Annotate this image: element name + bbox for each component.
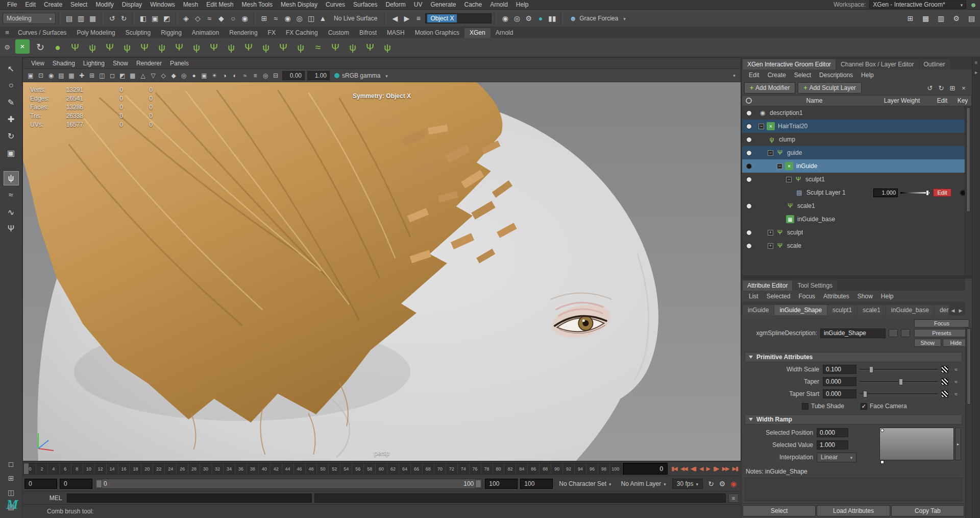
select-tool[interactable]: ↖: [4, 61, 19, 76]
step-back-frame-icon[interactable]: ◀◀: [679, 465, 688, 472]
command-language-toggle[interactable]: MEL: [47, 495, 64, 502]
lock-camera-icon[interactable]: ⊡: [36, 70, 46, 81]
visibility-toggle[interactable]: [742, 150, 755, 156]
viewport-3d-canvas[interactable]: Verts: 13291 0 0 Edges: 26541 0 0: [23, 82, 741, 461]
paint-select-tool[interactable]: ✎: [4, 95, 19, 109]
render-settings-icon[interactable]: ⚙: [523, 12, 534, 24]
selected-position-field[interactable]: 0.000: [817, 428, 848, 437]
delete-icon[interactable]: ×: [958, 82, 969, 93]
layer-weight-field[interactable]: 1.000: [873, 189, 898, 197]
xgen-menu-item[interactable]: Create: [764, 71, 790, 79]
selected-value-field[interactable]: 1.000: [817, 440, 848, 450]
playback-start-field[interactable]: 0: [60, 479, 92, 489]
visibility-toggle[interactable]: [742, 163, 755, 169]
shelf-tab[interactable]: Rendering: [224, 28, 262, 38]
attribute-editor-scrollbar[interactable]: [965, 327, 972, 518]
focus-button[interactable]: Focus: [914, 319, 969, 327]
viewport-menu-item[interactable]: Panels: [166, 59, 193, 67]
node-tab[interactable]: scale1: [857, 305, 886, 315]
smooth-tool[interactable]: ∿: [4, 205, 19, 219]
width-scale-slider[interactable]: [860, 369, 938, 370]
tab-scroll-left-icon[interactable]: ◀: [949, 306, 957, 315]
toolbar-overflow-icon[interactable]: [728, 70, 738, 81]
taper-start-field[interactable]: 0.000: [823, 389, 856, 398]
script-editor-icon[interactable]: ≡: [728, 493, 739, 503]
taper-start-slider[interactable]: [860, 393, 938, 395]
tree-row-sculpt-layer[interactable]: ▤Sculpt Layer 1 1.000 Edit: [742, 186, 971, 199]
mask-surfaces-icon[interactable]: ◆: [215, 12, 227, 24]
play-backwards-icon[interactable]: ◀: [698, 465, 703, 472]
sculpt-layer-icon[interactable]: Ψ: [361, 39, 379, 56]
menu-item[interactable]: Mesh Display: [277, 1, 322, 9]
redo-groom-icon[interactable]: ↻: [936, 82, 947, 93]
animation-end-field[interactable]: 100: [520, 479, 553, 489]
grid-icon[interactable]: ⊞: [87, 70, 97, 81]
menu-item[interactable]: Generate: [426, 1, 460, 9]
ipr-render-icon[interactable]: ◎: [511, 12, 523, 24]
mask-dynamics-icon[interactable]: ○: [227, 12, 239, 24]
menu-item[interactable]: File: [3, 1, 21, 9]
tab-scroll-right-icon[interactable]: ▶: [957, 306, 964, 315]
twist-brush-icon[interactable]: ψ: [292, 39, 309, 56]
shelf-tab[interactable]: Motion Graphics: [410, 28, 464, 38]
shelf-tab[interactable]: Bifrost: [354, 28, 382, 38]
xgen-create-description-icon[interactable]: ×: [15, 39, 30, 54]
anim-prefs-icon[interactable]: ⚙: [717, 478, 728, 489]
grab-tool[interactable]: ≈: [4, 188, 19, 202]
freeze-brush-icon[interactable]: ψ: [223, 39, 240, 56]
menu-set-select[interactable]: Modeling: [3, 13, 56, 24]
symmetry-field[interactable]: Object X: [425, 13, 492, 23]
xgen-menu-item[interactable]: Select: [790, 71, 815, 79]
tree-row[interactable]: ψclump: [742, 133, 971, 146]
auto-key-icon[interactable]: ◉: [728, 478, 739, 489]
sidebar-tab[interactable]: XGen Interactive Groom Editor: [743, 59, 836, 69]
move-tool[interactable]: ✚: [4, 112, 19, 126]
ramp-handle[interactable]: [880, 429, 884, 432]
live-surface-label[interactable]: No Live Surface: [330, 15, 381, 22]
menu-item[interactable]: Help: [512, 1, 533, 9]
ramp-expand-button[interactable]: [955, 428, 961, 460]
sidebar-tab[interactable]: Outliner: [919, 59, 950, 69]
attribute-editor-menu-item[interactable]: List: [745, 292, 763, 300]
layout-four-pane-icon[interactable]: ⊞: [4, 472, 19, 484]
taper-ramp-icon[interactable]: [952, 378, 960, 385]
fps-select[interactable]: 30 fps: [672, 479, 703, 489]
frame-all-icon[interactable]: ◇: [158, 70, 168, 81]
open-scene-icon[interactable]: ▥: [75, 12, 87, 24]
redo-icon[interactable]: ↻: [118, 12, 130, 24]
shelf-tab[interactable]: Sculpting: [120, 28, 156, 38]
select-object-icon[interactable]: ▣: [149, 12, 161, 24]
wireframe-icon[interactable]: ◎: [179, 70, 189, 81]
node-tab[interactable]: densi: [935, 305, 949, 315]
shelf-tab[interactable]: Custom: [323, 28, 354, 38]
rotate-tool[interactable]: ↻: [4, 129, 19, 143]
snap-view-plane-icon[interactable]: ◫: [305, 12, 317, 24]
tree-row[interactable]: Ψscale1: [742, 199, 971, 213]
tree-row[interactable]: ▦inGuide_base: [742, 213, 971, 226]
shelf-menu-icon[interactable]: ≡: [2, 29, 13, 36]
visibility-toggle[interactable]: [742, 243, 755, 249]
exposure-field[interactable]: 0.00: [282, 71, 305, 80]
isolate-select-icon[interactable]: ⊟: [271, 70, 281, 81]
expand-toggle[interactable]: [768, 243, 773, 249]
smooth-brush-icon[interactable]: Ψ: [205, 39, 223, 56]
film-gate-icon[interactable]: ◫: [97, 70, 107, 81]
go-to-start-icon[interactable]: ▮◀: [670, 465, 678, 472]
expand-toggle[interactable]: [777, 163, 782, 169]
go-to-end-icon[interactable]: ▶▮: [731, 465, 739, 472]
camera-attributes-icon[interactable]: ◉: [46, 70, 56, 81]
taper-field[interactable]: 0.000: [823, 377, 856, 386]
toggle-channel-box-icon[interactable]: ▤: [966, 12, 977, 24]
shelf-tab[interactable]: Curves / Surfaces: [13, 28, 71, 38]
tree-row-selected[interactable]: ×inGuide: [742, 159, 971, 173]
xgen-sphere-icon[interactable]: ●: [49, 39, 66, 56]
tree-row[interactable]: Ψsculpt: [742, 226, 971, 239]
convert-to-curves-icon[interactable]: ≈: [309, 39, 327, 56]
visibility-toggle[interactable]: [742, 177, 755, 182]
grab-brush-icon[interactable]: Ψ: [240, 39, 257, 56]
construction-history-icon[interactable]: ≡: [412, 12, 424, 24]
toggle-attribute-editor-icon[interactable]: ▥: [935, 12, 947, 24]
shelf-tab[interactable]: Poly Modeling: [71, 28, 120, 38]
input-connections-icon[interactable]: ◀: [389, 12, 401, 24]
use-lights-icon[interactable]: ☀: [209, 70, 219, 81]
